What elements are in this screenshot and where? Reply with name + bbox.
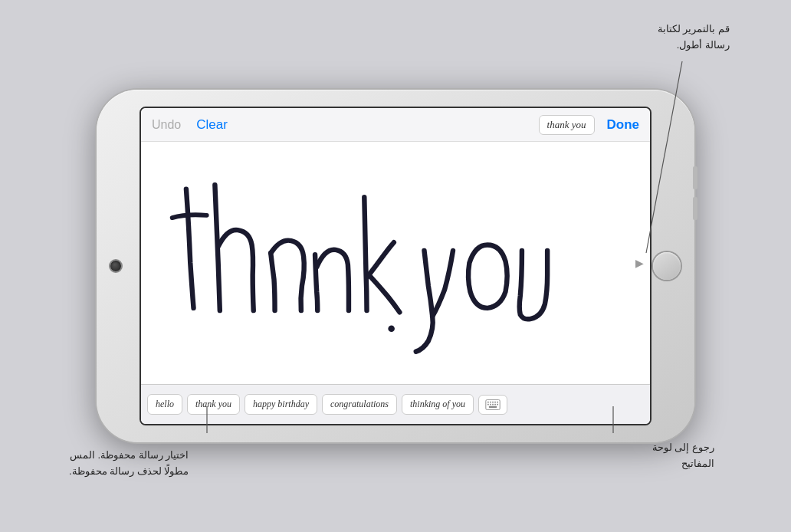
suggestion-thank-you[interactable]: thank you [187,394,240,415]
handwriting-display [141,142,650,384]
keyboard-icon [485,399,501,410]
svg-rect-8 [490,403,491,405]
keyboard-switch-button[interactable] [478,395,507,415]
annotation-bottom-right: رجوع إلى لوحة المفاتيح [652,440,714,472]
device-screen: Undo Clear thank you Done [139,107,652,425]
scroll-arrow-icon: ▶ [635,257,644,269]
svg-rect-10 [494,403,496,405]
svg-rect-7 [487,403,489,405]
preview-text: thank you [539,115,595,135]
svg-rect-4 [492,401,494,402]
svg-rect-2 [487,401,489,402]
suggestion-thinking-of-you[interactable]: thinking of you [402,394,474,415]
svg-point-0 [388,325,395,332]
home-button[interactable] [653,252,681,280]
annotation-bottom-left: اختيار رسالة محفوظة. المس مطولًا لحذف رس… [69,448,189,480]
handwriting-toolbar: Undo Clear thank you Done [141,108,650,142]
drawing-canvas[interactable]: ▶ [141,142,650,384]
svg-rect-11 [497,403,498,405]
svg-rect-9 [492,403,494,405]
suggestions-bar: hello thank you happy birthday congratul… [141,384,650,424]
done-button[interactable]: Done [607,117,640,133]
volume-up-button[interactable] [693,166,697,189]
annotation-top-right: قم بالتمرير لكتابة رسالة أطول. [658,21,730,54]
volume-down-button[interactable] [693,197,697,220]
svg-rect-5 [494,401,496,402]
camera-sensor [110,261,121,271]
suggestion-congratulations[interactable]: congratulations [322,394,397,415]
screen-content: Undo Clear thank you Done [141,108,650,424]
svg-rect-3 [490,401,491,402]
svg-rect-12 [489,406,497,407]
suggestion-happy-birthday[interactable]: happy birthday [245,394,317,415]
clear-button[interactable]: Clear [196,117,228,133]
undo-button[interactable]: Undo [152,118,181,132]
device-frame: Undo Clear thank you Done [97,90,694,442]
svg-rect-6 [497,401,498,402]
suggestion-hello[interactable]: hello [147,394,182,415]
